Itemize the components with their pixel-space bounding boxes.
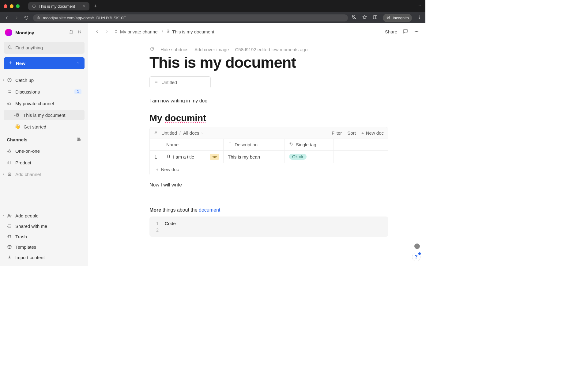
sort-button[interactable]: Sort — [347, 130, 356, 136]
paragraph-1[interactable]: I am now writing in my doc — [149, 98, 388, 104]
sidebar-item-trash[interactable]: ▸ Trash — [4, 231, 85, 242]
refresh-icon[interactable] — [149, 47, 154, 52]
sidebar-item-one-on-one[interactable]: ▸ One-on-one — [4, 146, 85, 156]
row-tag-cell[interactable]: Ok ok — [285, 151, 334, 163]
table-new-doc-button[interactable]: + New doc — [361, 130, 384, 136]
table-col-description[interactable]: Description — [223, 139, 285, 150]
row-name-cell[interactable]: I am a title me — [162, 151, 223, 163]
svg-rect-20 — [167, 30, 169, 33]
sidebar-item-discussions[interactable]: Discussions 1 — [4, 86, 85, 97]
table-col-tag[interactable]: Single tag — [285, 139, 334, 150]
chevron-right-icon[interactable]: ▸ — [7, 224, 8, 228]
chevron-right-icon[interactable]: ▸ — [7, 161, 8, 164]
comment-icon[interactable] — [403, 29, 408, 35]
incognito-label: Incognito — [393, 16, 409, 20]
address-bar[interactable]: moodjoy.slite.com/app/docs/r_DHzUYfHSK10… — [33, 14, 348, 21]
panel-icon[interactable] — [372, 14, 378, 21]
doc-title-text: This is my document — [149, 54, 296, 71]
sidebar-item-catch-up[interactable]: Catch up — [4, 75, 85, 85]
kebab-menu-icon[interactable] — [417, 15, 422, 21]
close-tab-icon[interactable] — [82, 4, 86, 9]
plus-icon: + — [361, 130, 364, 136]
workspace-switcher[interactable]: Moodjoy — [4, 27, 85, 38]
doc-forward-button[interactable] — [104, 29, 110, 35]
svg-rect-12 — [77, 138, 78, 140]
incognito-badge[interactable]: Incognito — [383, 14, 412, 22]
sidebar-item-label: My private channel — [15, 101, 54, 106]
doc-topbar: My private channel / This is my document… — [88, 23, 425, 40]
sidebar-item-import[interactable]: Import content — [4, 252, 85, 263]
code-line[interactable]: Code — [165, 221, 176, 226]
search-input[interactable]: Find anything — [4, 42, 85, 54]
sidebar: Moodjoy Find anything New Catch up — [0, 23, 88, 266]
chevron-down-icon[interactable] — [76, 61, 80, 66]
eye-off-icon[interactable] — [352, 14, 357, 21]
new-tab-button[interactable]: + — [94, 3, 97, 10]
document-body[interactable]: Hide subdocs Add cover image C58d9192 ed… — [88, 40, 388, 249]
tab-overflow-icon[interactable] — [417, 3, 422, 9]
svg-rect-11 — [17, 113, 19, 116]
close-window-button[interactable] — [4, 4, 7, 8]
footer-new-label: New doc — [161, 167, 179, 172]
back-button[interactable] — [4, 15, 10, 21]
chevron-right-icon[interactable]: ▸ — [7, 149, 8, 153]
table-path-title[interactable]: Untitled — [161, 130, 177, 136]
doc-title[interactable]: This is my document — [149, 54, 388, 71]
share-button[interactable]: Share — [385, 29, 397, 34]
plus-icon — [8, 60, 13, 66]
doc-link[interactable]: document — [199, 207, 220, 213]
table-path-all[interactable]: All docs — [183, 130, 204, 136]
star-icon[interactable] — [362, 14, 368, 21]
maximize-window-button[interactable] — [16, 4, 20, 8]
reload-button[interactable] — [23, 15, 29, 21]
sidebar-item-add-channel[interactable]: Add channel — [4, 169, 85, 179]
subdoc-pill[interactable]: Untitled — [149, 76, 211, 88]
row-empty-cell[interactable] — [334, 151, 388, 163]
presence-avatar[interactable] — [414, 243, 420, 249]
table-col-name[interactable]: Name — [162, 139, 223, 150]
new-button[interactable]: New — [4, 57, 85, 69]
collapse-sidebar-icon[interactable] — [78, 29, 83, 36]
sidebar-item-templates[interactable]: Templates — [4, 242, 85, 252]
svg-point-8 — [8, 46, 11, 48]
hide-subdocs-button[interactable]: Hide subdocs — [160, 47, 188, 52]
sidebar-item-current-doc[interactable]: ▸ This is my document — [4, 110, 85, 120]
doc-meta-row: Hide subdocs Add cover image C58d9192 ed… — [149, 47, 388, 52]
svg-rect-1 — [38, 17, 40, 19]
stack-icon — [154, 80, 158, 85]
chevron-right-icon[interactable]: ▸ — [14, 113, 16, 117]
row-desc-cell[interactable]: This is my bean — [223, 151, 285, 163]
sidebar-item-shared-with-me[interactable]: ▸ Shared with me — [4, 221, 85, 231]
discussions-badge: 1 — [74, 89, 81, 94]
more-icon[interactable] — [414, 29, 419, 35]
sidebar-item-label: Catch up — [15, 78, 34, 83]
chevron-right-icon[interactable]: ▸ — [7, 235, 8, 238]
sidebar-item-add-people[interactable]: Add people — [4, 210, 85, 221]
browser-tab[interactable]: This is my document — [28, 2, 89, 10]
sidebar-item-product[interactable]: ▸ Product — [4, 157, 85, 168]
breadcrumb-channel[interactable]: My private channel — [114, 29, 159, 34]
minimize-window-button[interactable] — [10, 4, 13, 8]
table-footer-new-doc[interactable]: + New doc — [150, 163, 388, 176]
library-icon[interactable] — [77, 137, 81, 143]
breadcrumb-doc[interactable]: This is my document — [166, 29, 214, 34]
add-cover-button[interactable]: Add cover image — [194, 47, 229, 52]
filter-button[interactable]: Filter — [332, 130, 342, 136]
sidebar-item-private-channel[interactable]: ▾ My private channel — [4, 98, 85, 109]
code-block[interactable]: 1Code 2 — [149, 217, 388, 237]
lock-icon — [37, 16, 40, 20]
add-people-icon — [7, 213, 12, 218]
paragraph-more[interactable]: More things about the document — [149, 207, 388, 213]
heading-2[interactable]: My documint — [149, 113, 388, 123]
bell-icon[interactable] — [69, 29, 74, 36]
paragraph-2[interactable]: Now I will write — [149, 182, 388, 188]
doc-back-button[interactable] — [94, 29, 100, 35]
text-icon — [228, 142, 232, 147]
table-row[interactable]: 1 I am a title me This is my bean Ok ok — [150, 151, 388, 163]
forward-button[interactable] — [13, 15, 20, 21]
table-col-empty[interactable] — [334, 139, 388, 150]
sidebar-item-get-started[interactable]: 👋 Get started — [4, 121, 85, 132]
line-number: 1 — [154, 221, 159, 226]
help-button[interactable]: ? — [412, 253, 420, 261]
chevron-down-icon[interactable]: ▾ — [7, 102, 8, 105]
